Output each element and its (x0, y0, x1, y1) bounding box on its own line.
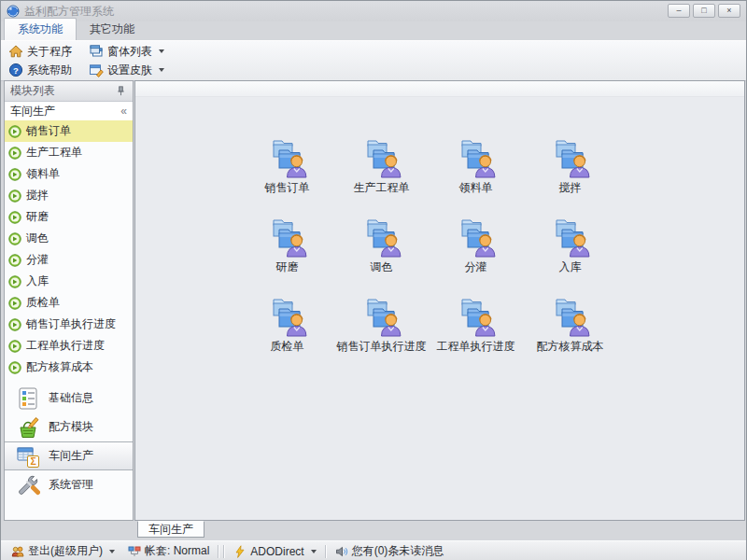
shortcut-formula-cost[interactable]: 配方核算成本 (523, 296, 617, 375)
sidebar-item-filling[interactable]: 分灌 (5, 249, 133, 271)
speaker-icon (335, 545, 348, 558)
home-icon (8, 44, 23, 59)
green-arrow-icon (8, 147, 21, 160)
chevron-down-icon (311, 550, 317, 553)
green-arrow-icon (8, 297, 21, 310)
window-controls: – □ × (668, 4, 740, 18)
help-icon (8, 63, 23, 77)
statusbar-separator (218, 545, 219, 558)
green-arrow-icon (8, 318, 21, 331)
green-arrow-icon (8, 211, 21, 224)
about-program-label: 关于程序 (27, 44, 72, 60)
sidebar-section-formula-module[interactable]: 配方模块 (5, 413, 133, 441)
window-list-label: 窗体列表 (107, 44, 152, 60)
tab-system-functions[interactable]: 系统功能 (4, 18, 77, 40)
tab-other-functions[interactable]: 其它功能 (77, 19, 148, 40)
shortcut-tinting[interactable]: 调色 (334, 217, 429, 296)
maximize-button[interactable]: □ (693, 4, 715, 18)
sidebar-item-work-order-progress[interactable]: 工程单执行进度 (5, 335, 133, 357)
shortcut-sales-order-progress[interactable]: 销售订单执行进度 (334, 296, 429, 375)
shortcut-grinding[interactable]: 研磨 (240, 217, 334, 296)
shortcut-filling[interactable]: 分灌 (429, 217, 523, 296)
chevron-down-icon (159, 49, 164, 53)
sidebar-header-label: 模块列表 (10, 83, 55, 99)
folder-user-icon (359, 137, 404, 178)
green-arrow-icon (8, 361, 21, 374)
folder-user-icon (548, 217, 593, 258)
green-arrow-icon (8, 125, 21, 138)
folder-user-icon (454, 137, 499, 178)
shortcut-production-order[interactable]: 生产工程单 (334, 137, 429, 217)
sidebar-group-label: 车间生产 (10, 104, 55, 119)
shortcut-grid: 销售订单 生产工程单 领料单 搅拌 研磨 调色 (240, 137, 617, 375)
collapse-icon[interactable]: « (120, 105, 127, 118)
system-tools-icon (16, 473, 40, 497)
window-title: 益利配方管理系统 (24, 4, 114, 20)
shortcut-work-order-progress[interactable]: 工程单执行进度 (429, 296, 523, 375)
set-skin-label: 设置皮肤 (107, 63, 152, 78)
info-list-icon (16, 386, 40, 411)
about-program-button[interactable]: 关于程序 (8, 44, 72, 60)
sidebar-section-basic-info[interactable]: 基础信息 (5, 384, 133, 413)
folder-user-icon (454, 296, 499, 337)
green-arrow-icon (8, 340, 21, 353)
users-icon (11, 545, 24, 558)
sidebar-item-sales-order[interactable]: 销售订单 (5, 120, 133, 142)
unread-messages-status[interactable]: 您有(0)条未读消息 (331, 543, 449, 559)
sidebar-item-production-order[interactable]: 生产工程单 (5, 142, 133, 163)
statusbar-separator (223, 545, 225, 558)
window-list-button[interactable]: 窗体列表 (89, 44, 164, 60)
sidebar-item-grinding[interactable]: 研磨 (5, 206, 133, 228)
sidebar-group-caption: 车间生产 « (5, 102, 133, 120)
sidebar-item-stirring[interactable]: 搅拌 (5, 185, 133, 206)
folder-user-icon (548, 137, 593, 178)
folder-user-icon (265, 296, 310, 337)
system-help-label: 系统帮助 (27, 63, 72, 78)
green-arrow-icon (8, 232, 21, 245)
app-window: 益利配方管理系统 – □ × 系统功能 其它功能 关于程序 窗体列表 系统帮助 … (0, 0, 747, 560)
statusbar-separator (325, 545, 327, 558)
folder-user-icon (548, 296, 593, 337)
sidebar-item-material-requisition[interactable]: 领料单 (5, 163, 133, 185)
folder-user-icon (265, 137, 310, 178)
module-sidebar: 模块列表 车间生产 « 销售订单 生产工程单 领料单 搅拌 研磨 (4, 80, 134, 521)
minimize-button[interactable]: – (668, 4, 690, 18)
shortcut-sales-order[interactable]: 销售订单 (240, 137, 334, 217)
sidebar-item-quality-check[interactable]: 质检单 (5, 292, 133, 314)
green-arrow-icon (8, 168, 21, 181)
sidebar-item-warehousing[interactable]: 入库 (5, 271, 133, 292)
chevron-down-icon (159, 68, 164, 72)
logout-button[interactable]: 登出(超级用户) (7, 543, 120, 559)
sidebar-item-sales-order-progress[interactable]: 销售订单执行进度 (5, 314, 133, 335)
folder-user-icon (359, 217, 404, 258)
app-icon (7, 5, 20, 18)
set-skin-button[interactable]: 设置皮肤 (89, 63, 164, 78)
green-arrow-icon (8, 275, 21, 288)
main-topstrip (135, 81, 744, 97)
shortcut-quality-check[interactable]: 质检单 (240, 296, 334, 375)
pin-icon[interactable] (115, 85, 127, 97)
sidebar-header: 模块列表 (5, 81, 133, 102)
chevron-down-icon (109, 550, 115, 553)
shortcut-material-requisition[interactable]: 领料单 (429, 137, 523, 217)
shortcut-warehousing[interactable]: 入库 (523, 217, 617, 296)
workshop-table-icon (16, 444, 40, 469)
shortcut-stirring[interactable]: 搅拌 (523, 137, 617, 217)
bottom-tab-workshop-production[interactable]: 车间生产 (137, 521, 204, 538)
main-panel: 销售订单 生产工程单 领料单 搅拌 研磨 调色 (134, 80, 745, 521)
system-help-button[interactable]: 系统帮助 (8, 63, 72, 78)
ribbon-tabrow: 系统功能 其它功能 (1, 21, 746, 40)
green-arrow-icon (8, 254, 21, 267)
sidebar-section-system-management[interactable]: 系统管理 (5, 470, 133, 499)
bottom-tabbar: 车间生产 (134, 521, 745, 539)
skin-icon (89, 63, 104, 77)
ribbon-toolbar: 关于程序 窗体列表 系统帮助 设置皮肤 (1, 40, 746, 81)
close-button[interactable]: × (718, 4, 740, 18)
folder-user-icon (359, 296, 404, 337)
connection-button[interactable]: ADODirect (229, 545, 320, 558)
sidebar-sections: 基础信息 配方模块 车间生产 系统管理 (5, 384, 133, 499)
sidebar-section-workshop-production[interactable]: 车间生产 (5, 441, 133, 470)
lightning-icon (233, 545, 247, 558)
sidebar-item-tinting[interactable]: 调色 (5, 228, 133, 249)
sidebar-item-formula-cost[interactable]: 配方核算成本 (5, 357, 133, 378)
